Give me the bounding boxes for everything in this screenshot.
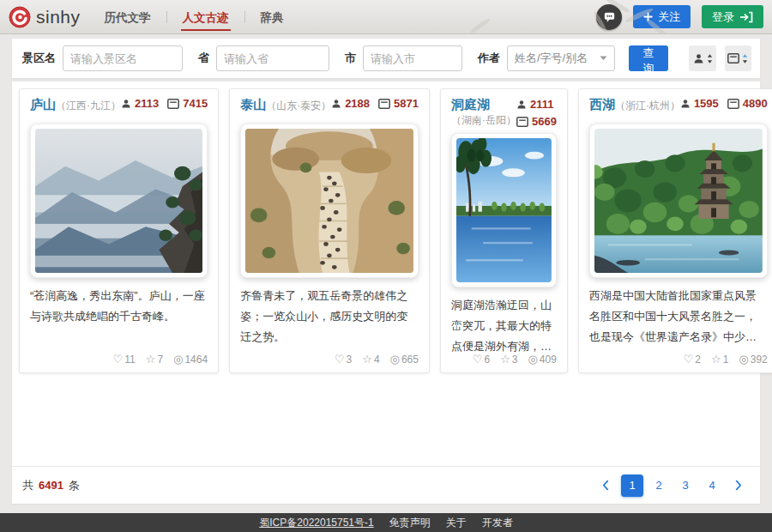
person-sort-icon <box>693 53 704 64</box>
authors-count: 2188 <box>331 97 370 110</box>
scenic-location: （浙江·杭州） <box>615 99 680 113</box>
sort-by-works-button[interactable] <box>725 45 751 71</box>
page-1-button[interactable]: 1 <box>621 475 643 497</box>
card-header: 洞庭湖 （湖南·岳阳） 2111 5669 <box>451 97 557 125</box>
total-count: 6491 <box>39 479 63 492</box>
works-sort-icon <box>727 53 739 63</box>
views-icon: ◎ <box>173 353 183 366</box>
nav-item-dictionary[interactable]: 辞典 <box>259 7 286 31</box>
brand-logo[interactable]: sinhy <box>9 6 81 28</box>
disclaimer-link[interactable]: 免责声明 <box>389 516 431 530</box>
likes-metric[interactable]: ♡2 <box>684 353 701 366</box>
scenic-name-link[interactable]: 泰山 <box>240 97 266 113</box>
card-stats: 2113 7415 <box>121 97 208 110</box>
chevron-right-icon <box>735 480 742 491</box>
scenic-description: 齐鲁青未了，观五岳奇景的雄伟之姿；一览众山小，感历史文明的变迁之势。 <box>240 286 419 348</box>
sort-arrows-icon <box>742 53 748 64</box>
nav-divider <box>166 11 167 23</box>
sort-by-authors-button[interactable] <box>689 45 715 71</box>
scenic-cards-grid: 庐山 （江西·九江） 2113 7415 <box>12 82 760 380</box>
card-title-group: 庐山 （江西·九江） <box>30 97 121 113</box>
scenic-name-link[interactable]: 庐山 <box>30 97 56 113</box>
follow-button[interactable]: 关注 <box>633 5 691 28</box>
card-title-group: 泰山 （山东·泰安） <box>240 97 331 113</box>
scenic-photo-image <box>245 129 413 273</box>
authors-count: 2113 <box>121 97 159 110</box>
scenic-photo[interactable] <box>589 124 768 278</box>
nav-item-heritage[interactable]: 人文古迹 <box>181 7 231 31</box>
card-header: 西湖 （浙江·杭州） 1595 4890 <box>589 97 768 116</box>
plus-icon <box>643 12 653 21</box>
views-icon: ◎ <box>390 353 400 366</box>
nav-item-literature[interactable]: 历代文学 <box>103 7 153 31</box>
scenic-card: 泰山 （山东·泰安） 2188 5871 <box>229 88 430 373</box>
likes-metric[interactable]: ♡3 <box>335 353 352 366</box>
icp-license-link[interactable]: 蜀ICP备2022015751号-1 <box>259 516 373 530</box>
prev-page-button[interactable] <box>594 475 617 497</box>
about-link[interactable]: 关于 <box>446 516 467 530</box>
pagination: 1 2 3 4 <box>594 475 750 497</box>
nav-divider <box>244 11 245 23</box>
star-icon: ☆ <box>500 353 510 366</box>
query-button[interactable]: 查询 <box>629 45 669 71</box>
stars-metric[interactable]: ☆3 <box>500 353 517 366</box>
field-label-scenic: 景区名 <box>22 51 56 66</box>
card-metrics: ♡2 ☆1 ◎392 <box>589 353 768 366</box>
login-button[interactable]: 登录 <box>702 5 763 28</box>
next-page-button[interactable] <box>727 475 750 497</box>
scenic-name-input[interactable] <box>63 45 183 71</box>
heart-icon: ♡ <box>473 353 483 366</box>
likes-metric[interactable]: ♡6 <box>473 353 490 366</box>
works-icon <box>516 117 528 127</box>
card-metrics: ♡6 ☆3 ◎409 <box>451 353 557 366</box>
scenic-photo[interactable] <box>30 124 208 278</box>
scenic-name-link[interactable]: 西湖 <box>589 97 615 113</box>
works-count: 4890 <box>727 97 768 110</box>
results-footer-row: 共6491条 1 2 3 4 <box>12 466 760 504</box>
scenic-description: 西湖是中国大陆首批国家重点风景名胜区和中国十大风景名胜之一，也是现今《世界遗产名… <box>589 286 768 348</box>
likes-metric[interactable]: ♡11 <box>113 353 136 366</box>
city-input[interactable] <box>363 45 462 71</box>
brand-name: sinhy <box>36 7 81 27</box>
stars-metric[interactable]: ☆7 <box>146 353 163 366</box>
stars-metric[interactable]: ☆4 <box>362 353 379 366</box>
chat-button[interactable] <box>596 4 622 30</box>
card-header: 泰山 （山东·泰安） 2188 5871 <box>240 97 419 116</box>
person-icon <box>680 99 691 109</box>
card-metrics: ♡11 ☆7 ◎1464 <box>30 353 208 366</box>
results-total: 共6491条 <box>22 478 80 493</box>
person-icon <box>331 99 341 109</box>
header-actions: 关注 登录 <box>596 4 763 30</box>
card-metrics: ♡3 ☆4 ◎665 <box>240 353 419 366</box>
works-icon <box>378 99 390 109</box>
sort-arrows-icon <box>707 53 713 64</box>
views-metric: ◎409 <box>528 353 557 366</box>
author-type-select[interactable]: 姓名/字号/别名 <box>507 45 615 71</box>
scenic-name-link[interactable]: 洞庭湖 <box>451 97 490 113</box>
heart-icon: ♡ <box>113 353 124 366</box>
login-arrow-icon <box>739 11 753 23</box>
scenic-card: 西湖 （浙江·杭州） 1595 4890 <box>578 88 772 373</box>
page-3-button[interactable]: 3 <box>674 475 697 497</box>
page-2-button[interactable]: 2 <box>648 475 670 497</box>
star-icon: ☆ <box>711 353 721 366</box>
scenic-description: “苍润高逸，秀出东南”。庐山，一座与诗歌共成绝唱的千古奇峰。 <box>30 286 208 327</box>
card-title-group: 西湖 （浙江·杭州） <box>589 97 680 113</box>
field-label-author: 作者 <box>478 51 500 66</box>
card-stats: 1595 4890 <box>680 97 768 110</box>
views-metric: ◎665 <box>390 353 419 366</box>
scenic-photo[interactable] <box>240 124 419 278</box>
page-4-button[interactable]: 4 <box>701 475 723 497</box>
stars-metric[interactable]: ☆1 <box>711 353 728 366</box>
works-icon <box>167 99 179 109</box>
scenic-card: 庐山 （江西·九江） 2113 7415 <box>19 88 219 373</box>
top-navbar: sinhy 历代文学 人文古迹 辞典 关注 登录 <box>0 0 772 34</box>
works-count: 5669 <box>516 115 557 128</box>
scenic-photo[interactable] <box>451 133 557 287</box>
scenic-description: 洞庭湖浩瀚迂回，山峦突兀，其最大的特点便是湖外有湖，湖中有山，渔帆点点，芦叶青青… <box>451 295 557 353</box>
heart-icon: ♡ <box>684 353 694 366</box>
developer-link[interactable]: 开发者 <box>482 516 513 530</box>
province-input[interactable] <box>216 45 329 71</box>
scenic-photo-image <box>594 129 763 273</box>
dongtinghu-photo <box>456 138 552 282</box>
